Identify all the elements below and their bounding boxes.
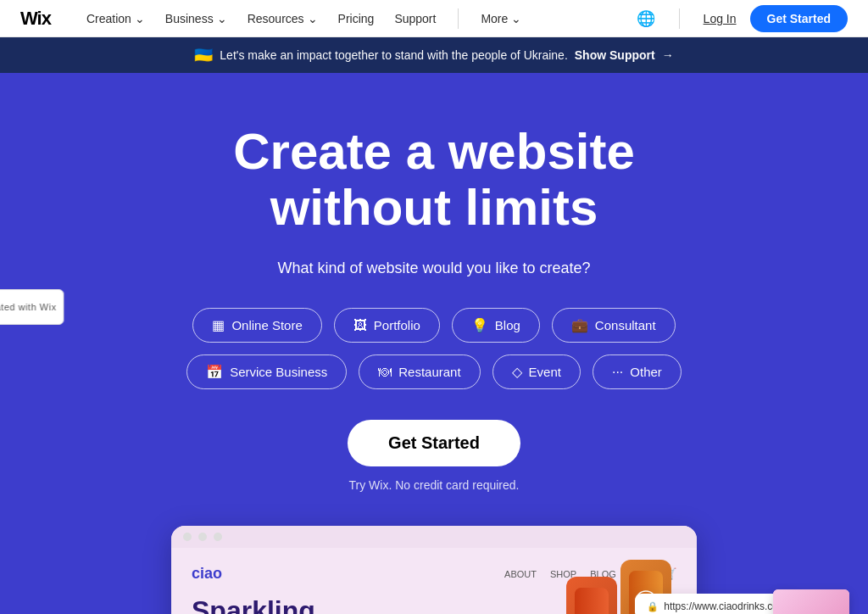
preview-container: ciao ABOUT SHOP BLOG 🔍 👤 🛒 Sparkling Fru… <box>86 526 782 614</box>
hero-get-started-button[interactable]: Get Started <box>348 420 520 466</box>
nav-right-divider <box>679 8 680 29</box>
service-icon: 📅 <box>206 364 223 380</box>
can-1: ● <box>566 577 617 614</box>
browser-bar <box>171 526 697 548</box>
browser-dot-1 <box>183 533 192 541</box>
browser-dot-3 <box>214 533 222 541</box>
preview-site-logo: ciao <box>192 565 222 583</box>
chevron-down-icon: ⌄ <box>135 12 145 25</box>
category-row-2: 📅 Service Business 🍽 Restaurant ◇ Event … <box>186 354 682 389</box>
category-service-business[interactable]: 📅 Service Business <box>186 354 347 389</box>
preview-thumbnail <box>773 589 849 614</box>
lock-icon: 🔒 <box>647 601 659 612</box>
preview-nav-about: ABOUT <box>504 569 537 579</box>
show-support-link[interactable]: Show Support <box>575 48 655 62</box>
ukraine-flag: 🇺🇦 <box>194 46 213 64</box>
globe-icon[interactable]: 🌐 <box>637 9 655 28</box>
preview-thumb-inner <box>773 589 849 614</box>
preview-browser: ciao ABOUT SHOP BLOG 🔍 👤 🛒 Sparkling Fru… <box>171 526 697 614</box>
hero-subtitle: What kind of website would you like to c… <box>277 260 590 277</box>
category-portfolio[interactable]: 🖼 Portfolio <box>334 308 440 343</box>
nav-links: Creation ⌄ Business ⌄ Resources ⌄ Pricin… <box>78 7 637 31</box>
ukraine-banner: 🇺🇦 Let's make an impact together to stan… <box>0 37 868 73</box>
nav-get-started-button[interactable]: Get Started <box>750 5 848 32</box>
category-blog[interactable]: 💡 Blog <box>452 308 540 343</box>
portfolio-icon: 🖼 <box>353 318 367 333</box>
consultant-icon: 💼 <box>571 317 588 333</box>
nav-more[interactable]: More ⌄ <box>472 7 530 31</box>
chevron-down-icon: ⌄ <box>511 12 521 25</box>
category-restaurant[interactable]: 🍽 Restaurant <box>359 354 480 389</box>
nav-creation[interactable]: Creation ⌄ <box>78 7 153 31</box>
restaurant-icon: 🍽 <box>378 365 392 380</box>
ukraine-text: Let's make an impact together to stand w… <box>220 48 567 62</box>
category-consultant[interactable]: 💼 Consultant <box>552 308 676 343</box>
svg-rect-2 <box>575 588 609 614</box>
preview-hero-text: Sparkling Fruit Soda <box>192 596 395 614</box>
store-icon: ▦ <box>212 317 225 333</box>
chevron-down-icon: ⌄ <box>308 12 318 25</box>
category-row-1: ▦ Online Store 🖼 Portfolio 💡 Blog 💼 Cons… <box>192 308 675 343</box>
category-online-store[interactable]: ▦ Online Store <box>192 308 321 343</box>
arrow-icon: → <box>662 48 674 62</box>
no-credit-text: Try Wix. No credit card required. <box>349 478 520 492</box>
nav-pricing[interactable]: Pricing <box>330 7 383 31</box>
created-with-wix-badge: Created with Wix <box>0 289 64 325</box>
nav-support[interactable]: Support <box>386 7 444 31</box>
event-icon: ◇ <box>512 364 522 380</box>
hero-section: Create a website without limits What kin… <box>0 73 868 614</box>
nav-right: 🌐 Log In Get Started <box>637 5 848 32</box>
other-icon: ··· <box>612 365 623 380</box>
category-grid: ▦ Online Store 🖼 Portfolio 💡 Blog 💼 Cons… <box>186 308 682 389</box>
main-nav: Wix Creation ⌄ Business ⌄ Resources ⌄ Pr… <box>0 0 868 37</box>
nav-divider <box>458 8 459 29</box>
category-other[interactable]: ··· Other <box>593 354 682 389</box>
blog-icon: 💡 <box>471 317 488 333</box>
wix-logo[interactable]: Wix <box>20 8 51 30</box>
browser-dot-2 <box>198 533 207 541</box>
chevron-down-icon: ⌄ <box>217 12 227 25</box>
login-button[interactable]: Log In <box>704 12 737 25</box>
floating-url-text: https://www.ciaodrinks.com <box>664 600 787 612</box>
hero-headline: Create a website without limits <box>233 124 635 236</box>
category-event[interactable]: ◇ Event <box>492 354 581 389</box>
nav-resources[interactable]: Resources ⌄ <box>239 7 326 31</box>
nav-business[interactable]: Business ⌄ <box>157 7 236 31</box>
